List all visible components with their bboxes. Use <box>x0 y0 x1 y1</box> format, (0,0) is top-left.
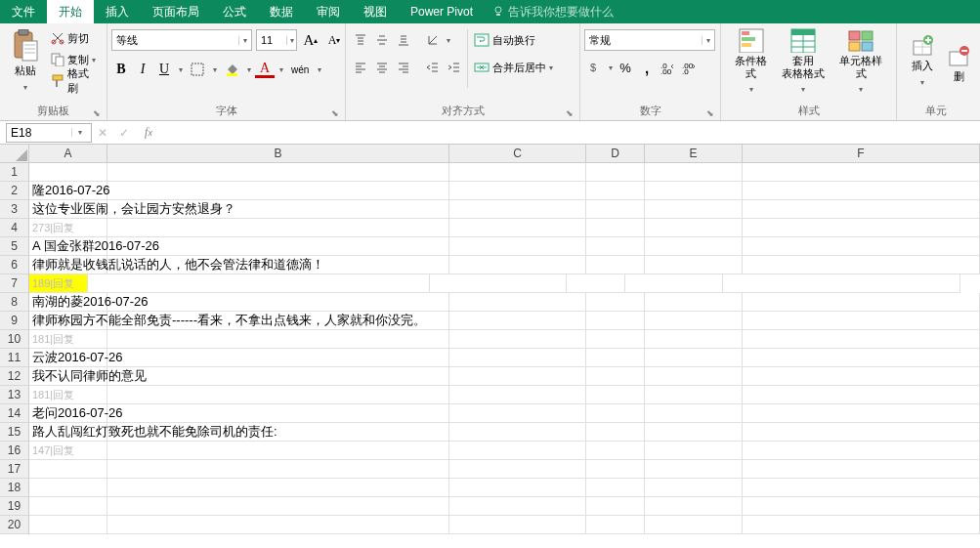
col-header-A[interactable]: A <box>29 145 107 163</box>
fx-icon[interactable]: fx <box>135 125 162 140</box>
format-as-table-button[interactable]: 套用 表格格式 <box>778 25 831 102</box>
cell[interactable] <box>586 312 645 330</box>
cell[interactable] <box>625 274 723 293</box>
cell[interactable]: 我不认同律师的意见 <box>29 367 107 386</box>
cell[interactable] <box>107 497 449 516</box>
cell[interactable] <box>586 349 645 367</box>
number-launcher-icon[interactable]: ⬊ <box>706 108 714 118</box>
cell[interactable] <box>645 219 743 237</box>
col-header-F[interactable]: F <box>743 145 980 163</box>
cell[interactable] <box>586 219 645 237</box>
cancel-formula-button[interactable]: ✕ <box>92 126 113 140</box>
delete-cells-button[interactable]: 删 <box>944 25 973 102</box>
cell[interactable] <box>449 479 586 497</box>
cell[interactable] <box>449 330 586 349</box>
row-header[interactable]: 9 <box>0 312 29 330</box>
cell[interactable] <box>449 516 586 534</box>
cell[interactable] <box>449 423 586 442</box>
cell[interactable] <box>449 349 586 367</box>
cell[interactable] <box>645 516 743 534</box>
row-header[interactable]: 7 <box>0 274 29 293</box>
cell[interactable] <box>586 386 645 404</box>
row-header[interactable]: 20 <box>0 516 29 534</box>
conditional-format-button[interactable]: 条件格式 <box>725 25 778 102</box>
font-name-combo[interactable]: ▾ <box>111 29 252 51</box>
col-header-D[interactable]: D <box>586 145 645 163</box>
row-header[interactable]: 12 <box>0 367 29 386</box>
cell[interactable] <box>743 497 980 516</box>
cell[interactable]: 老问2016-07-26 <box>29 404 107 423</box>
cell[interactable] <box>743 349 980 367</box>
cell[interactable] <box>449 237 586 256</box>
cell[interactable] <box>743 312 980 330</box>
row-header[interactable]: 18 <box>0 479 29 497</box>
enter-formula-button[interactable]: ✓ <box>113 126 135 140</box>
tab-insert[interactable]: 插入 <box>94 0 141 23</box>
row-header[interactable]: 4 <box>0 219 29 237</box>
align-bottom-button[interactable] <box>393 29 414 51</box>
cell[interactable] <box>743 404 980 423</box>
cell[interactable] <box>645 442 743 460</box>
cell[interactable] <box>743 237 980 256</box>
cell[interactable]: 这位专业医闹，会让园方安然退身？ <box>29 200 107 219</box>
cell[interactable] <box>586 163 645 182</box>
cell[interactable] <box>743 460 980 479</box>
cell[interactable] <box>743 367 980 386</box>
align-middle-button[interactable] <box>371 29 393 51</box>
cell[interactable] <box>107 442 449 460</box>
tab-review[interactable]: 审阅 <box>305 0 352 23</box>
clipboard-launcher-icon[interactable]: ⬊ <box>93 108 101 118</box>
col-header-B[interactable]: B <box>107 145 449 163</box>
border-button[interactable] <box>187 59 208 80</box>
underline-button[interactable]: U <box>154 59 174 80</box>
cell[interactable] <box>107 163 449 182</box>
row-header[interactable]: 5 <box>0 237 29 256</box>
cell[interactable] <box>29 516 107 534</box>
paste-dropdown[interactable] <box>21 77 30 99</box>
cell[interactable] <box>586 423 645 442</box>
name-box[interactable]: ▾ <box>6 123 92 143</box>
cell[interactable] <box>107 479 449 497</box>
cell[interactable] <box>743 182 980 200</box>
cell[interactable] <box>586 256 645 274</box>
cell[interactable] <box>586 182 645 200</box>
cell[interactable] <box>645 497 743 516</box>
cell[interactable] <box>88 274 430 293</box>
fill-color-button[interactable] <box>221 59 242 80</box>
cell[interactable] <box>449 404 586 423</box>
tell-me[interactable]: 告诉我你想要做什么 <box>485 0 621 23</box>
cell[interactable] <box>586 442 645 460</box>
cell[interactable] <box>29 163 107 182</box>
cell[interactable] <box>723 274 960 293</box>
row-header[interactable]: 1 <box>0 163 29 182</box>
cell[interactable] <box>743 423 980 442</box>
decrease-decimal-button[interactable]: .00.0 <box>679 57 701 78</box>
row-header[interactable]: 2 <box>0 182 29 200</box>
cell[interactable]: 273|回复 <box>29 219 107 237</box>
tab-layout[interactable]: 页面布局 <box>141 0 211 23</box>
cell[interactable]: 181|回复 <box>29 386 107 404</box>
align-top-button[interactable] <box>350 29 371 51</box>
tab-formula[interactable]: 公式 <box>211 0 258 23</box>
cell[interactable] <box>586 479 645 497</box>
cell[interactable] <box>743 293 980 312</box>
align-launcher-icon[interactable]: ⬊ <box>566 108 574 118</box>
cell[interactable]: 181|回复 <box>29 330 107 349</box>
cell[interactable] <box>586 497 645 516</box>
row-header[interactable]: 19 <box>0 497 29 516</box>
cell[interactable] <box>449 219 586 237</box>
cell[interactable] <box>645 349 743 367</box>
format-painter-button[interactable]: 格式刷 <box>47 70 103 92</box>
accounting-format-button[interactable]: $ <box>584 57 606 78</box>
cut-button[interactable]: 剪切 <box>47 27 103 49</box>
increase-decimal-button[interactable]: .0.00 <box>658 57 679 78</box>
cell[interactable] <box>645 479 743 497</box>
cell[interactable] <box>743 219 980 237</box>
select-all-corner[interactable] <box>0 145 29 163</box>
cell[interactable] <box>449 293 586 312</box>
cell[interactable] <box>586 200 645 219</box>
row-header[interactable]: 15 <box>0 423 29 442</box>
row-header[interactable]: 11 <box>0 349 29 367</box>
cell[interactable] <box>586 404 645 423</box>
cell[interactable] <box>645 460 743 479</box>
